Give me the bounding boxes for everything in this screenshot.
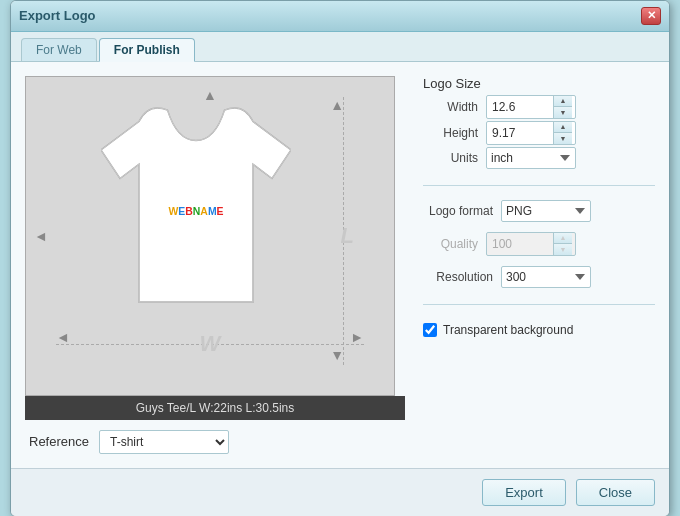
tab-bar: For Web For Publish <box>11 32 669 62</box>
units-label: Units <box>423 151 478 165</box>
resolution-row: Resolution 72 150 300 600 <box>423 266 655 288</box>
arrow-left-h: ◄ <box>56 329 70 345</box>
height-spin: ▲ ▼ <box>486 121 576 145</box>
title-close-button[interactable]: ✕ <box>641 7 661 25</box>
transparent-bg-checkbox[interactable] <box>423 323 437 337</box>
quality-spin: ▲ ▼ <box>486 232 576 256</box>
quality-decrement-button: ▼ <box>554 244 572 255</box>
svg-text:WEBNAME: WEBNAME <box>168 205 223 216</box>
format-select[interactable]: PNG JPG BMP GIF <box>501 200 591 222</box>
preview-panel: ▲ ◄ ◄ ► WEBNAM <box>25 76 405 454</box>
resolution-select[interactable]: 72 150 300 600 <box>501 266 591 288</box>
left-arrow: ◄ <box>34 228 48 244</box>
close-button[interactable]: Close <box>576 479 655 506</box>
l-dimension-label: L <box>341 223 354 249</box>
width-label: Width <box>423 100 478 114</box>
tshirt-svg: WEBNAME <box>101 87 291 327</box>
width-decrement-button[interactable]: ▼ <box>554 107 572 118</box>
tab-for-publish[interactable]: For Publish <box>99 38 195 62</box>
reference-row: Reference T-shirt Hoodie Tank Top <box>25 420 405 454</box>
quality-spin-buttons: ▲ ▼ <box>553 233 572 255</box>
quality-input <box>487 235 553 253</box>
title-bar: Export Logo ✕ <box>11 1 669 32</box>
resolution-label: Resolution <box>423 270 493 284</box>
format-row: Logo format PNG JPG BMP GIF <box>423 200 655 222</box>
preview-caption: Guys Tee/L W:22ins L:30.5ins <box>25 396 405 420</box>
width-spin: ▲ ▼ <box>486 95 576 119</box>
arrow-right-h: ► <box>350 329 364 345</box>
quality-row: Quality ▲ ▼ <box>423 232 655 256</box>
preview-box: ▲ ◄ ◄ ► WEBNAM <box>25 76 395 396</box>
height-label: Height <box>423 126 478 140</box>
quality-label: Quality <box>423 237 478 251</box>
bottom-v-arrow: ▼ <box>330 347 344 363</box>
height-increment-button[interactable]: ▲ <box>554 122 572 133</box>
settings-panel: Logo Size Width ▲ ▼ Height <box>423 76 655 454</box>
export-logo-dialog: Export Logo ✕ For Web For Publish ▲ ◄ ◄ <box>10 0 670 516</box>
tab-for-web[interactable]: For Web <box>21 38 97 61</box>
width-increment-button[interactable]: ▲ <box>554 96 572 107</box>
height-input[interactable] <box>487 124 553 142</box>
units-select[interactable]: inch cm mm px <box>486 147 576 169</box>
top-v-arrow: ▲ <box>330 97 344 113</box>
separator-2 <box>423 304 655 305</box>
width-spin-buttons: ▲ ▼ <box>553 96 572 118</box>
separator-1 <box>423 185 655 186</box>
reference-select[interactable]: T-shirt Hoodie Tank Top <box>99 430 229 454</box>
transparent-bg-label: Transparent background <box>443 323 573 337</box>
width-row: Width ▲ ▼ <box>423 95 655 119</box>
transparent-bg-row: Transparent background <box>423 323 655 337</box>
reference-label: Reference <box>29 434 89 449</box>
footer: Export Close <box>11 468 669 516</box>
format-label: Logo format <box>423 204 493 218</box>
height-row: Height ▲ ▼ <box>423 121 655 145</box>
quality-increment-button: ▲ <box>554 233 572 244</box>
logo-size-section: Logo Size Width ▲ ▼ Height <box>423 76 655 171</box>
units-row: Units inch cm mm px <box>423 147 655 169</box>
export-button[interactable]: Export <box>482 479 566 506</box>
w-dimension-label: W <box>200 331 221 357</box>
dialog-title: Export Logo <box>19 8 96 23</box>
main-content: ▲ ◄ ◄ ► WEBNAM <box>11 62 669 468</box>
height-spin-buttons: ▲ ▼ <box>553 122 572 144</box>
logo-size-label: Logo Size <box>423 76 655 91</box>
width-input[interactable] <box>487 98 553 116</box>
height-decrement-button[interactable]: ▼ <box>554 133 572 144</box>
